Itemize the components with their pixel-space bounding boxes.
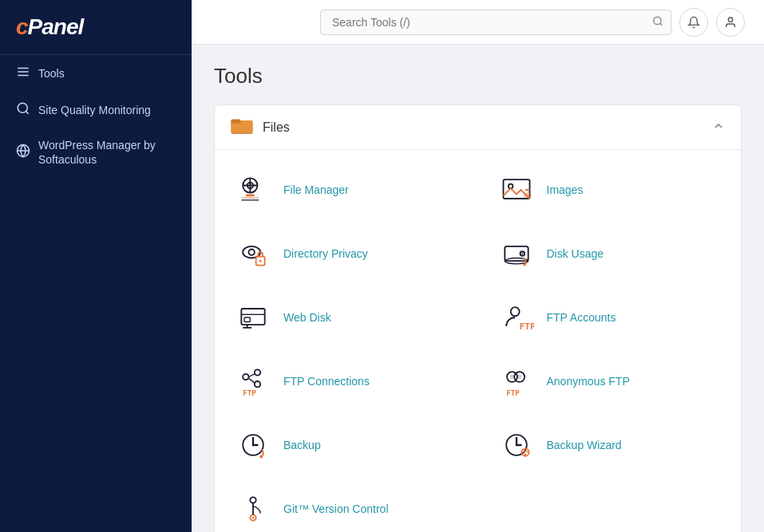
files-section-title: Files [263, 120, 290, 135]
backup-wizard-label: Backup Wizard [547, 439, 622, 451]
svg-text:FTP: FTP [243, 388, 256, 397]
svg-point-54 [524, 454, 526, 456]
wordpress-icon [16, 144, 30, 161]
svg-text:FTP: FTP [506, 388, 520, 397]
svg-line-4 [26, 111, 28, 113]
search-wrapper [320, 10, 671, 35]
content-area: Tools Files [192, 45, 764, 532]
directory-privacy-label: Directory Privacy [283, 247, 368, 260]
sidebar-wordpress-label: WordPress Manager by Softaculous [38, 138, 176, 167]
files-tools-grid: File Manager Images [215, 150, 741, 532]
files-section-icon [231, 116, 253, 138]
file-manager-label: File Manager [283, 183, 349, 196]
anonymous-ftp-label: Anonymous FTP [547, 375, 630, 388]
file-manager-item[interactable]: File Manager [215, 158, 478, 222]
sidebar: cPanel Tools Site Quality Monitoring Wor… [0, 0, 192, 532]
sidebar-item-wordpress[interactable]: WordPress Manager by Softaculous [0, 128, 192, 176]
svg-point-47 [509, 375, 514, 380]
git-version-control-label: Git™ Version Control [283, 502, 389, 515]
web-disk-item[interactable]: Web Disk [215, 286, 478, 349]
svg-point-57 [252, 517, 255, 519]
svg-point-55 [250, 497, 255, 502]
web-disk-label: Web Disk [283, 311, 331, 324]
svg-line-42 [249, 374, 255, 377]
svg-point-30 [521, 253, 523, 254]
disk-usage-icon [497, 234, 536, 273]
sidebar-item-site-quality[interactable]: Site Quality Monitoring [0, 92, 192, 128]
svg-rect-16 [246, 195, 255, 197]
ftp-connections-icon: FTP [234, 362, 272, 400]
svg-rect-21 [524, 193, 531, 199]
search-icon [652, 15, 663, 29]
ftp-connections-item[interactable]: FTP FTP Connections [215, 349, 478, 413]
anonymous-ftp-icon: FTP [497, 362, 536, 400]
svg-point-8 [728, 18, 732, 22]
git-version-control-item[interactable]: Git™ Version Control [215, 477, 478, 532]
backup-wizard-item[interactable]: Backup Wizard [478, 413, 742, 477]
disk-usage-item[interactable]: Disk Usage [478, 222, 742, 286]
ftp-accounts-label: FTP Accounts [547, 311, 616, 324]
directory-privacy-item[interactable]: Directory Privacy [215, 222, 478, 286]
backup-label: Backup [283, 439, 321, 451]
svg-point-24 [249, 250, 255, 255]
logo-text: cPanel [16, 14, 83, 39]
git-icon [234, 490, 272, 528]
tools-icon [16, 65, 30, 82]
svg-rect-17 [241, 197, 259, 199]
svg-point-3 [18, 103, 27, 112]
notifications-button[interactable] [679, 8, 708, 37]
ftp-connections-label: FTP Connections [283, 375, 370, 388]
svg-point-51 [259, 455, 263, 459]
svg-rect-34 [244, 317, 250, 322]
sidebar-site-quality-label: Site Quality Monitoring [38, 103, 151, 117]
images-icon [497, 171, 536, 209]
ftp-accounts-icon: FTP [497, 298, 536, 337]
sidebar-logo: cPanel [0, 0, 192, 55]
ftp-accounts-item[interactable]: FTP FTP Accounts [478, 286, 742, 349]
files-section: Files [214, 104, 742, 532]
svg-point-40 [255, 369, 260, 375]
images-item[interactable]: Images [478, 158, 742, 222]
images-label: Images [547, 183, 584, 196]
anonymous-ftp-item[interactable]: FTP Anonymous FTP [478, 349, 742, 413]
header [192, 0, 764, 45]
backup-icon [234, 426, 272, 464]
files-section-header[interactable]: Files [215, 105, 741, 150]
sidebar-tools-label: Tools [38, 66, 65, 81]
svg-text:FTP: FTP [519, 321, 533, 332]
files-section-toggle [712, 120, 725, 136]
web-disk-icon [234, 298, 272, 337]
backup-item[interactable]: Backup [215, 413, 478, 477]
backup-wizard-icon [497, 426, 536, 464]
svg-point-48 [517, 375, 521, 380]
files-section-header-left: Files [231, 116, 290, 138]
main-content: Tools Files [192, 0, 764, 532]
svg-point-37 [510, 307, 519, 316]
sidebar-item-tools[interactable]: Tools [0, 55, 192, 92]
svg-point-6 [654, 17, 661, 24]
svg-point-39 [243, 374, 248, 380]
svg-rect-11 [231, 119, 240, 123]
disk-usage-label: Disk Usage [547, 247, 604, 260]
svg-point-31 [523, 263, 526, 266]
search-input[interactable] [320, 10, 671, 35]
svg-point-41 [255, 381, 260, 387]
profile-button[interactable] [716, 8, 745, 37]
site-quality-icon [16, 101, 30, 119]
page-title: Tools [214, 64, 742, 89]
directory-privacy-icon [234, 234, 272, 273]
svg-point-26 [259, 260, 262, 262]
svg-line-43 [249, 378, 255, 383]
file-manager-icon [234, 171, 272, 209]
svg-line-7 [660, 23, 663, 26]
